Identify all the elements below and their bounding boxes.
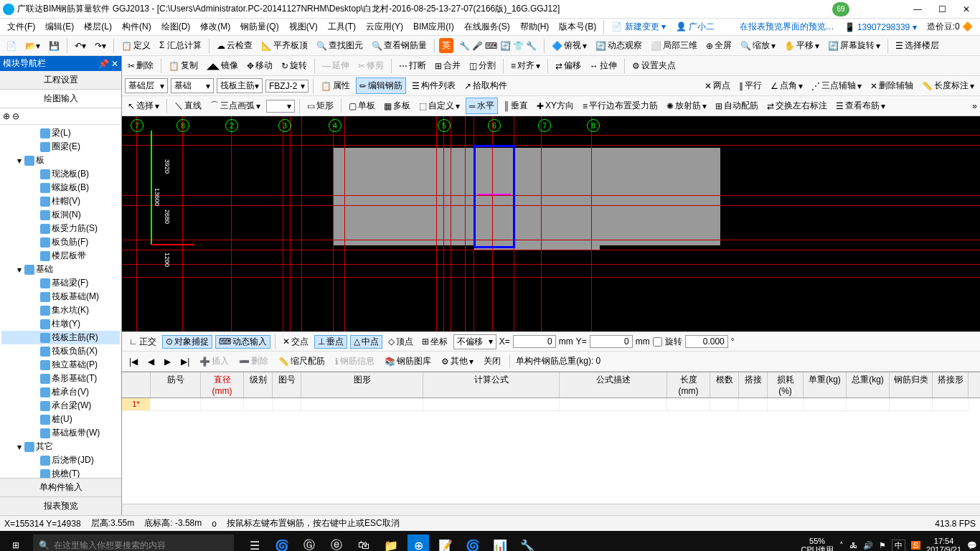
threeptaux-button[interactable]: ⋰ 三点辅轴▾: [809, 78, 864, 93]
swap-lr-button[interactable]: ⇄ 交换左右标注: [764, 98, 830, 113]
menu-cloud[interactable]: 云应用(Y): [362, 19, 407, 34]
col-header[interactable]: 级别: [244, 372, 273, 397]
update-badge[interactable]: 69: [832, 2, 849, 17]
menu-version[interactable]: 版本号(B): [555, 19, 600, 34]
other-button[interactable]: ⚙ 其他▾: [438, 354, 476, 369]
dyn-view-button[interactable]: 🔄 动态观察: [593, 38, 645, 53]
rotate-input[interactable]: [685, 335, 728, 348]
rebar-lib-button[interactable]: 📚 钢筋图库: [382, 354, 434, 369]
col-header[interactable]: 长度(mm): [667, 372, 710, 397]
tree-node[interactable]: ▾基础: [1, 263, 120, 276]
open-icon[interactable]: 📂▾: [22, 39, 43, 52]
subcat-dropdown[interactable]: 筏板主筋▾: [217, 78, 263, 93]
col-header[interactable]: 图号: [273, 372, 301, 397]
parallel-button[interactable]: ∥ 平行: [736, 78, 765, 93]
tree-node[interactable]: 桩承台(V): [1, 385, 120, 399]
fullscreen-button[interactable]: ⊕ 全屏: [703, 38, 735, 53]
table-cell[interactable]: [890, 398, 933, 411]
table-cell[interactable]: [423, 398, 560, 411]
dyn-input-toggle[interactable]: ⌨ 动态输入: [215, 335, 270, 349]
select-floor-button[interactable]: ☰ 选择楼层: [892, 38, 942, 53]
notifications-icon[interactable]: 💬: [967, 541, 977, 550]
tree-node[interactable]: 基础梁(F): [1, 276, 120, 290]
tree-node[interactable]: 后浇带(JD): [1, 453, 120, 467]
ime-tools[interactable]: 🔧 🎤 ⌨ 🔄 👕 🔧: [456, 39, 540, 52]
tree-node[interactable]: 梁(L): [1, 126, 120, 140]
menu-help[interactable]: 帮助(H): [516, 19, 554, 34]
menu-file[interactable]: 文件(F): [3, 19, 39, 34]
col-header[interactable]: 搭接形: [933, 372, 969, 397]
arc3-button[interactable]: ⌒ 三点画弧 ▾: [207, 98, 263, 113]
osnap-toggle[interactable]: ⊙ 对象捕捉: [162, 335, 212, 349]
select-button[interactable]: ↖ 选择 ▾: [125, 98, 162, 113]
expand-icon[interactable]: ⊕: [3, 111, 10, 121]
align-button[interactable]: ≡ 对齐▾: [508, 58, 543, 73]
app4-icon[interactable]: 📝: [435, 534, 456, 551]
custom-button[interactable]: ⬚ 自定义 ▾: [416, 98, 463, 113]
local3d-button[interactable]: ⬜ 局部三维: [648, 38, 700, 53]
last-icon[interactable]: ▶|: [178, 355, 192, 368]
menu-view[interactable]: 视图(V): [285, 19, 322, 34]
nav-tab-draw[interactable]: 绘图输入: [0, 90, 121, 108]
search-box[interactable]: 🔍 在这里输入你想要搜索的内容: [33, 534, 234, 551]
tree-node[interactable]: 柱墩(Y): [1, 317, 120, 331]
perp-toggle[interactable]: ⊥ 垂点: [314, 335, 347, 349]
col-header[interactable]: 根数: [710, 372, 739, 397]
collapse-icon[interactable]: ⊖: [12, 111, 19, 121]
twopt-button[interactable]: ✕ 两点: [702, 78, 733, 93]
menu-tool[interactable]: 工具(T): [324, 19, 360, 34]
mirror-button[interactable]: ◢◣ 镜像: [204, 58, 241, 73]
edge-icon[interactable]: ⓔ: [326, 534, 347, 551]
tree-node[interactable]: 基础板带(W): [1, 426, 120, 440]
ptang-button[interactable]: ∠ 点角▾: [768, 78, 806, 93]
app7-icon[interactable]: 🔧: [517, 534, 538, 551]
col-header[interactable]: 总重(kg): [847, 372, 890, 397]
tree-node[interactable]: 板洞(N): [1, 208, 120, 222]
edit-rebar-button[interactable]: ✏ 编辑钢筋: [356, 77, 406, 94]
line-button[interactable]: ＼ 直线: [171, 98, 204, 113]
tray-up-icon[interactable]: ˄: [839, 541, 844, 550]
tree-node[interactable]: 承台梁(W): [1, 399, 120, 413]
component-tree[interactable]: 梁(L)圈梁(E)▾板现浇板(B)螺旋板(B)柱帽(V)板洞(N)板受力筋(S)…: [0, 125, 121, 478]
stretch-button[interactable]: ↔ 拉伸: [587, 58, 620, 73]
vertex-toggle[interactable]: ◇ 顶点: [385, 336, 416, 348]
view-layout-button[interactable]: ☰ 查看布筋▾: [833, 98, 888, 113]
ortho-toggle[interactable]: ∟ 正交: [126, 336, 159, 348]
table-cell[interactable]: [710, 398, 739, 411]
app1-icon[interactable]: 🌀: [271, 534, 293, 551]
nav-tab-report[interactable]: 报表预览: [0, 496, 121, 515]
taskview-icon[interactable]: ☰: [244, 534, 265, 551]
prev-icon[interactable]: ◀: [145, 355, 157, 368]
y-input[interactable]: [590, 335, 633, 348]
multi-button[interactable]: ▦ 多板: [381, 98, 413, 113]
explorer-icon[interactable]: 📁: [380, 534, 402, 551]
tree-node[interactable]: 筏板主筋(R): [1, 331, 120, 344]
hscrollbar[interactable]: [122, 504, 980, 515]
attr-button[interactable]: 📋 属性: [318, 78, 353, 93]
member-dropdown[interactable]: FBZJ-2▾: [265, 80, 308, 93]
move-button[interactable]: ✥ 移动: [244, 58, 275, 73]
tree-node[interactable]: 现浇板(B): [1, 167, 120, 181]
col-header[interactable]: 筋号: [151, 372, 201, 397]
app6-icon[interactable]: 📊: [489, 534, 511, 551]
nav-tab-single[interactable]: 单构件输入: [0, 478, 121, 496]
start-button[interactable]: ⊞: [3, 534, 29, 551]
zoom-button[interactable]: 🔍 缩放▾: [738, 38, 778, 53]
phone-label[interactable]: 📱 13907298339 ▾: [840, 21, 921, 34]
floor-dropdown[interactable]: 基础层▾: [125, 78, 168, 93]
scale-rebar-button[interactable]: 📏 缩尺配筋: [275, 354, 328, 369]
edge-force-button[interactable]: ≡ 平行边布置受力筋: [580, 98, 661, 113]
menu-rebar[interactable]: 钢筋量(Q): [236, 19, 283, 34]
table-cell[interactable]: [933, 398, 969, 411]
tree-node[interactable]: 筏板基础(M): [1, 290, 120, 303]
table-cell[interactable]: [201, 398, 244, 411]
table-cell[interactable]: [739, 398, 768, 411]
radiate-button[interactable]: ✺ 放射筋▾: [664, 98, 710, 113]
offset-button[interactable]: ⇄ 偏移: [552, 58, 584, 73]
pin-icon[interactable]: 📌 ✕: [98, 59, 118, 69]
coord-toggle[interactable]: ⊞ 坐标: [419, 336, 451, 348]
rotate-checkbox[interactable]: [653, 337, 662, 347]
col-header[interactable]: 计算公式: [423, 372, 560, 397]
menu-online[interactable]: 在线服务(S): [460, 19, 514, 34]
table-cell[interactable]: [301, 398, 423, 411]
